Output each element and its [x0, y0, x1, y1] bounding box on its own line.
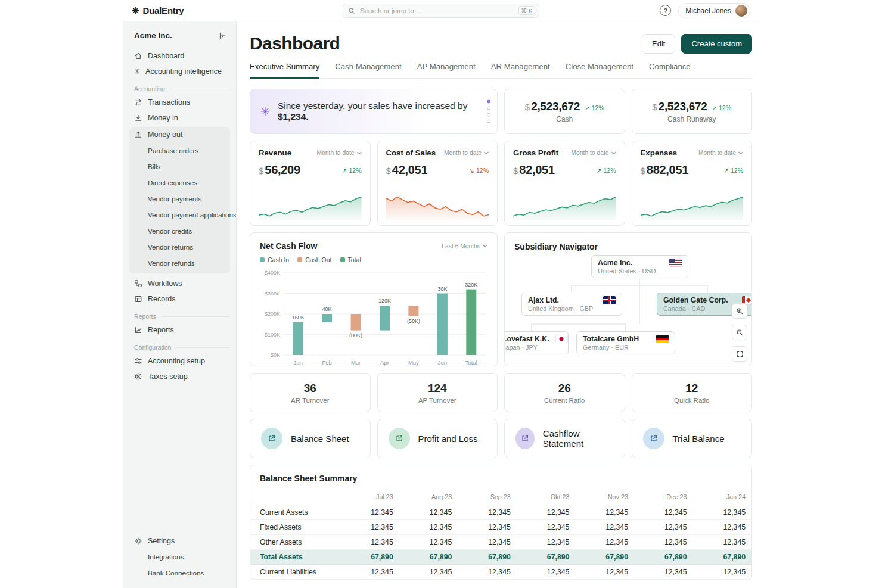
sidebar-item-vendor-credits[interactable]: Vendor credits [129, 223, 230, 239]
tab-ar-management[interactable]: AR Management [491, 62, 550, 78]
svg-text:320K: 320K [465, 282, 477, 288]
kpi-title: Cost of Sales [386, 148, 436, 157]
sidebar-item-records[interactable]: Records [129, 291, 230, 307]
banner-carousel-dots [487, 100, 490, 123]
sidebar-item-integrations[interactable]: Integrations [129, 549, 230, 565]
cashflow-statement-link[interactable]: Cashflow Statement [504, 419, 625, 458]
cell-value: 67,890 [579, 550, 638, 565]
org-node-totalcare[interactable]: Totalcare GmbH Germany · EUR [576, 331, 675, 354]
sidebar-item-purchase-orders[interactable]: Purchase orders [129, 142, 230, 158]
edit-button[interactable]: Edit [642, 34, 675, 54]
cell-value: 67,890 [520, 550, 579, 565]
svg-text:Jan: Jan [294, 359, 303, 366]
global-search[interactable]: ⌘ K [343, 4, 539, 18]
tab-executive-summary[interactable]: Executive Summary [250, 62, 319, 79]
trial-balance-link[interactable]: Trial Balance [632, 419, 753, 458]
workflow-icon [134, 279, 142, 288]
tab-ap-management[interactable]: AP Management [417, 62, 476, 78]
sidebar-item-accounting-setup[interactable]: Accounting setup [129, 353, 230, 369]
carousel-dot[interactable] [487, 113, 490, 117]
sidebar-item-label: Reports [148, 326, 174, 334]
banner-amount: $1,234. [278, 111, 309, 122]
section-label-configuration: Configuration [129, 344, 230, 351]
period-dropdown[interactable]: Month to date [698, 150, 743, 156]
period-dropdown[interactable]: Month to date [572, 150, 616, 156]
collapse-sidebar-icon[interactable] [218, 32, 226, 40]
kpi-title: Revenue [259, 148, 291, 157]
sidebar-item-vendor-payments[interactable]: Vendor payments [129, 191, 230, 207]
period-dropdown[interactable]: Month to date [317, 150, 362, 156]
section-label-accounting: Accounting [129, 85, 230, 92]
create-custom-button[interactable]: Create custom [681, 34, 752, 54]
dashboard-tabs: Executive Summary Cash Management AP Man… [250, 62, 752, 79]
sidebar-item-money-in[interactable]: Money in [129, 110, 230, 126]
records-icon [134, 295, 142, 303]
dualentry-logo-icon: ✳ [132, 5, 139, 16]
tab-close-management[interactable]: Close Management [566, 62, 633, 78]
cell-value: 12,345 [461, 520, 520, 535]
sidebar-item-accounting-intelligence[interactable]: ✳ Accounting intelligence [129, 64, 230, 79]
ap-turnover-card: 124 AP Turnover [377, 373, 498, 412]
carousel-dot[interactable] [487, 107, 490, 110]
profit-and-loss-link[interactable]: Profit and Loss [377, 419, 498, 458]
sidebar-item-label: Money out [148, 130, 182, 139]
main-content: Dashboard Edit Create custom Executive S… [237, 21, 759, 588]
sidebar-item-taxes-setup[interactable]: Taxes setup [129, 369, 230, 384]
sidebar-item-bills[interactable]: Bills [129, 158, 230, 175]
zoom-out-button[interactable] [732, 325, 747, 340]
external-link-icon [261, 428, 282, 449]
expenses-trend-chart [641, 189, 744, 220]
svg-text:$0K: $0K [271, 352, 280, 358]
svg-text:$300K: $300K [265, 291, 280, 297]
org-node-lovefast[interactable]: Lovefast K.K. Japan · JPY [505, 331, 569, 354]
fullscreen-button[interactable] [732, 346, 747, 362]
org-node-acme[interactable]: Acme Inc. United States · USD [591, 255, 688, 278]
search-input[interactable] [359, 7, 515, 15]
org-node-ajax[interactable]: Ajax Ltd. United Kingdom · GBP [521, 293, 622, 316]
user-menu[interactable]: Michael Jones [678, 3, 750, 18]
tab-compliance[interactable]: Compliance [649, 62, 691, 78]
sidebar-item-vendor-payment-applications[interactable]: Vendor payment applications [129, 207, 230, 223]
svg-text:30K: 30K [437, 286, 447, 292]
ratio-label: AR Turnover [291, 397, 330, 404]
sidebar-item-workflows[interactable]: Workflows [129, 276, 230, 291]
sidebar-item-settings[interactable]: Settings [129, 533, 230, 549]
help-icon[interactable]: ? [660, 5, 671, 16]
sidebar-item-vendor-returns[interactable]: Vendor returns [129, 239, 230, 255]
cell-value: 12,345 [344, 535, 403, 550]
sidebar-item-dashboard[interactable]: Dashboard [129, 48, 230, 64]
sidebar-item-label: Workflows [148, 279, 182, 288]
sidebar-item-money-out[interactable]: Money out [129, 127, 230, 142]
revenue-trend-chart [259, 189, 362, 220]
sidebar-item-label: Taxes setup [148, 372, 188, 381]
fullscreen-icon [736, 350, 744, 358]
range-dropdown[interactable]: Last 6 Months [442, 243, 487, 250]
period-dropdown[interactable]: Month to date [444, 150, 489, 156]
sidebar-item-reports[interactable]: Reports [129, 322, 230, 338]
legend-swatch [297, 257, 302, 262]
svg-text:120K: 120K [378, 298, 391, 304]
sidebar-item-label: Accounting intelligence [145, 67, 222, 76]
cell-value: 12,345 [344, 565, 403, 580]
carousel-dot[interactable] [487, 120, 490, 123]
svg-text:Feb: Feb [322, 359, 331, 366]
ratio-value: 12 [685, 382, 698, 395]
sparkle-icon: ✳ [134, 67, 140, 76]
cell-value: 12,345 [403, 520, 462, 535]
cell-value: 12,345 [579, 505, 638, 520]
section-label-reports: Reports [129, 313, 230, 320]
balance-sheet-table: Jul 23Aug 23Sep 23Okt 23Nov 23Dec 23Jan … [250, 490, 752, 580]
cell-value: 12,345 [579, 565, 638, 580]
tab-cash-management[interactable]: Cash Management [335, 62, 401, 78]
cell-value: 67,890 [344, 550, 403, 565]
zoom-in-button[interactable] [732, 303, 747, 319]
sidebar-item-vendor-refunds[interactable]: Vendor refunds [129, 255, 230, 271]
table-row: Current Assets12,34512,34512,34512,34512… [250, 505, 752, 520]
cash-runaway-value: 2,523,672 [659, 100, 707, 113]
sidebar-item-transactions[interactable]: Transactions [129, 95, 230, 110]
arrow-down-tray-icon [134, 114, 142, 122]
carousel-dot[interactable] [487, 100, 490, 104]
sidebar-item-bank-connections[interactable]: Bank Connections [129, 565, 230, 581]
balance-sheet-link[interactable]: Balance Sheet [250, 419, 371, 458]
sidebar-item-direct-expenses[interactable]: Direct expenses [129, 175, 230, 191]
